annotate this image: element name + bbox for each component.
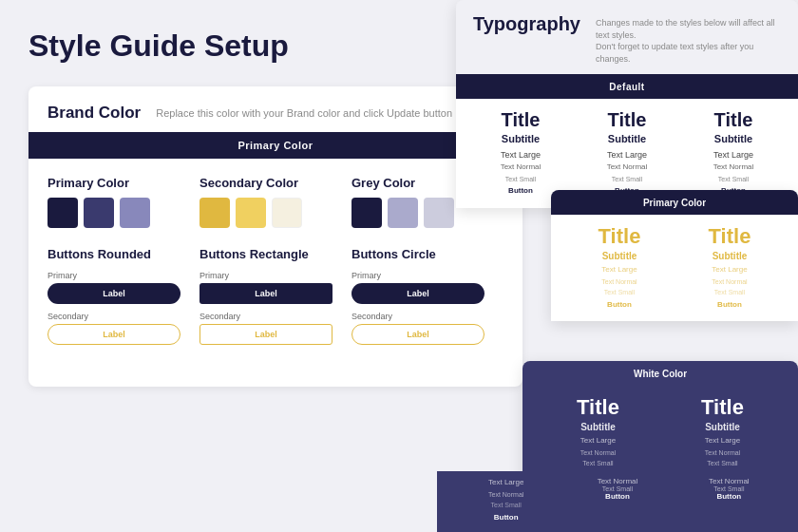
buttons-circle-title: Buttons Circle bbox=[352, 247, 484, 261]
color-section-row: Primary Color Secondary Color bbox=[48, 176, 504, 228]
buttons-rectangle-section: Buttons Rectangle Primary Label Secondar… bbox=[200, 247, 352, 352]
buttons-rounded-section: Buttons Rounded Primary Label Secondary … bbox=[48, 247, 200, 352]
secondary-swatches bbox=[200, 198, 332, 228]
typography-title: Typography bbox=[473, 13, 580, 35]
primary-swatch-2[interactable] bbox=[84, 198, 114, 228]
circle-secondary-btn[interactable]: Label bbox=[352, 324, 484, 345]
rounded-primary-btn[interactable]: Label bbox=[48, 283, 180, 304]
primary-swatch-3[interactable] bbox=[120, 198, 150, 228]
rounded-secondary-btn[interactable]: Label bbox=[48, 324, 180, 345]
brand-color-title: Brand Color bbox=[48, 104, 141, 123]
primary-color-title: Primary Color bbox=[48, 176, 180, 190]
secondary-swatch-3[interactable] bbox=[272, 198, 302, 228]
color-sections: Primary Color Secondary Color bbox=[28, 159, 522, 370]
secondary-color-title: Secondary Color bbox=[200, 176, 332, 190]
bottom-typo-strip: Text Large Text Normal Text Small Button… bbox=[437, 471, 798, 532]
typo-title-row: Title Title Title bbox=[456, 108, 798, 131]
rectangle-secondary-label: Secondary bbox=[200, 312, 332, 321]
rounded-primary-label: Primary bbox=[48, 271, 180, 280]
rounded-secondary-label: Secondary bbox=[48, 312, 180, 321]
typo-title-2: Title bbox=[580, 108, 674, 131]
circle-primary-btn[interactable]: Label bbox=[352, 283, 484, 304]
page-title: Style Guide Setup bbox=[28, 28, 522, 64]
secondary-color-section: Secondary Color bbox=[200, 176, 352, 228]
brand-color-subtitle: Replace this color with your Brand color… bbox=[156, 107, 452, 119]
circle-primary-label: Primary bbox=[352, 271, 484, 280]
typo-title-1: Title bbox=[473, 108, 568, 131]
brand-color-header: Brand Color Replace this color with your… bbox=[48, 104, 504, 123]
brand-color-card: Brand Color Replace this color with your… bbox=[28, 86, 522, 387]
typography-default-bar: Default bbox=[456, 74, 798, 99]
secondary-swatch-1[interactable] bbox=[200, 198, 230, 228]
buttons-rectangle-title: Buttons Rectangle bbox=[200, 247, 332, 261]
grey-swatch-1[interactable] bbox=[352, 198, 382, 228]
grey-swatch-2[interactable] bbox=[388, 198, 418, 228]
circle-secondary-label: Secondary bbox=[352, 312, 484, 321]
secondary-swatch-2[interactable] bbox=[236, 198, 266, 228]
button-section-row: Buttons Rounded Primary Label Secondary … bbox=[48, 247, 504, 352]
typo-col-2: Title bbox=[574, 108, 680, 131]
primary-swatches bbox=[48, 198, 180, 228]
rectangle-secondary-btn[interactable]: Label bbox=[200, 324, 332, 345]
grey-swatch-3[interactable] bbox=[424, 198, 454, 228]
rectangle-primary-btn[interactable]: Label bbox=[200, 283, 332, 304]
typography-header: Typography Changes made to the styles be… bbox=[456, 0, 798, 74]
typography-note: Changes made to the styles below will af… bbox=[596, 13, 781, 65]
primary-color-bar: Primary Color bbox=[28, 132, 522, 159]
rectangle-primary-label: Primary bbox=[200, 271, 332, 280]
typo-col-1: Title bbox=[467, 108, 574, 131]
primary-color-content: Title Subtitle Text Large Text Normal Te… bbox=[551, 215, 798, 321]
typo-col-3: Title bbox=[680, 108, 787, 131]
primary-color-panel: Primary Color Title Subtitle Text Large … bbox=[551, 190, 798, 321]
primary-swatch-1[interactable] bbox=[48, 198, 78, 228]
white-color-bar: White Color bbox=[522, 361, 798, 386]
primary-color-section: Primary Color bbox=[48, 176, 200, 228]
primary-color-bar-label: Primary Color bbox=[551, 190, 798, 215]
typography-panel: Typography Changes made to the styles be… bbox=[456, 0, 798, 208]
buttons-rounded-title: Buttons Rounded bbox=[48, 247, 180, 261]
buttons-circle-section: Buttons Circle Primary Label Secondary L… bbox=[352, 247, 504, 352]
typo-title-3: Title bbox=[686, 108, 781, 131]
